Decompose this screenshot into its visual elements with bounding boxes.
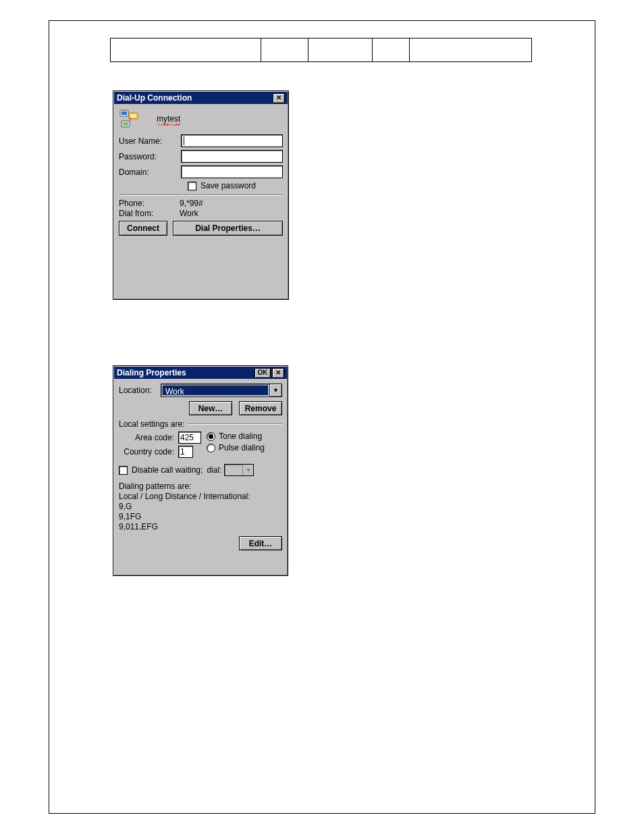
remove-button[interactable]: Remove <box>239 401 282 415</box>
pulse-dial-label: Pulse dialing <box>219 443 265 452</box>
password-row: Password: <box>119 150 283 163</box>
password-input[interactable] <box>181 150 283 163</box>
dialprops-body: Location: Work ▼ New… Remove Local setti… <box>113 380 288 556</box>
dialing-properties-window: Dialing Properties OK ✕ Location: Work ▼… <box>113 365 288 576</box>
header-cell-5 <box>410 38 531 61</box>
dialprops-title: Dialing Properties <box>117 367 253 379</box>
new-remove-row: New… Remove <box>119 401 282 415</box>
username-label: User Name: <box>119 136 181 146</box>
header-cell-1 <box>111 38 261 61</box>
divider <box>119 194 283 196</box>
new-button[interactable]: New… <box>189 401 232 415</box>
settings-right: Tone dialing Pulse dialing <box>207 432 282 460</box>
dialup-body: mytest User Name: Password: Domain: <box>113 105 288 241</box>
call-waiting-row: Disable call waiting; dial: ▼ <box>119 464 282 476</box>
username-row: User Name: <box>119 134 283 147</box>
pulse-dial-radio[interactable] <box>207 444 215 452</box>
password-label: Password: <box>119 152 181 161</box>
phone-value: 9,*99# <box>180 199 203 208</box>
disable-call-waiting-label: Disable call waiting; <box>132 465 203 475</box>
close-icon: ✕ <box>276 95 281 101</box>
domain-label: Domain: <box>119 167 181 177</box>
connection-name-text: mytest <box>157 114 180 124</box>
dialup-icon <box>119 109 139 129</box>
domain-input[interactable] <box>181 165 283 178</box>
area-code-row: Area code: 425 <box>119 432 207 444</box>
dialfrom-value: Work <box>180 209 198 218</box>
save-password-row: Save password <box>188 181 283 190</box>
dialing-patterns: Dialing patterns are: Local / Long Dista… <box>119 481 282 532</box>
phone-row: Phone: 9,*99# <box>119 199 283 208</box>
country-code-input[interactable]: 1 <box>178 446 193 458</box>
dial-code-value <box>225 465 242 475</box>
area-code-value: 425 <box>180 433 194 442</box>
close-button[interactable]: ✕ <box>272 368 284 378</box>
tone-dial-row: Tone dialing <box>207 432 282 441</box>
header-cell-3 <box>308 38 373 61</box>
dialup-titlebar[interactable]: Dial-Up Connection ✕ <box>114 92 288 104</box>
dialfrom-label: Dial from: <box>119 209 180 218</box>
country-code-label: Country code: <box>119 447 178 457</box>
connect-button[interactable]: Connect <box>119 221 167 236</box>
svg-rect-1 <box>122 111 127 115</box>
group-divider <box>188 423 282 425</box>
header-cell-2 <box>261 38 308 61</box>
save-password-checkbox[interactable] <box>188 182 196 190</box>
tone-dial-radio[interactable] <box>207 432 215 441</box>
dialprops-titlebar[interactable]: Dialing Properties OK ✕ <box>114 367 287 379</box>
dialup-title: Dial-Up Connection <box>117 92 271 104</box>
location-label: Location: <box>119 386 161 395</box>
username-input[interactable] <box>181 134 283 147</box>
dialfrom-row: Dial from: Work <box>119 209 283 218</box>
location-value: Work <box>162 385 269 396</box>
edit-button[interactable]: Edit… <box>239 536 282 550</box>
dialup-button-row: Connect Dial Properties… <box>119 221 283 236</box>
save-password-label: Save password <box>200 181 256 190</box>
local-settings-group: Local settings are: <box>119 419 282 429</box>
pattern-local: 9,G <box>119 502 282 512</box>
pattern-international: 9,011,EFG <box>119 522 282 532</box>
dropdown-arrow-icon: ▼ <box>242 465 253 475</box>
dial-properties-button[interactable]: Dial Properties… <box>173 221 283 236</box>
svg-rect-3 <box>130 114 136 118</box>
dialup-window: Dial-Up Connection ✕ <box>113 90 289 300</box>
dial-code-combo[interactable]: ▼ <box>224 464 254 476</box>
connection-name: mytest <box>157 114 180 124</box>
location-row: Location: Work ▼ <box>119 384 282 397</box>
edit-row: Edit… <box>119 536 282 550</box>
local-settings-label: Local settings are: <box>119 419 188 429</box>
patterns-sub: Local / Long Distance / International: <box>119 492 282 502</box>
settings-grid: Area code: 425 Country code: 1 <box>119 432 282 460</box>
patterns-header: Dialing patterns are: <box>119 481 282 492</box>
connection-header-row: mytest <box>119 109 283 129</box>
spellcheck-underline <box>157 124 180 126</box>
text-caret <box>184 136 184 145</box>
svg-rect-5 <box>123 122 128 126</box>
document-border: Dial-Up Connection ✕ <box>49 20 595 814</box>
header-table <box>110 38 532 62</box>
tone-dial-label: Tone dialing <box>219 432 262 441</box>
country-code-row: Country code: 1 <box>119 446 207 458</box>
dropdown-arrow-icon: ▼ <box>269 384 281 396</box>
ok-button[interactable]: OK <box>254 368 271 378</box>
country-code-value: 1 <box>180 447 185 457</box>
area-code-input[interactable]: 425 <box>178 432 201 444</box>
disable-call-waiting-checkbox[interactable] <box>119 466 128 475</box>
close-icon: ✕ <box>275 369 281 376</box>
area-code-label: Area code: <box>119 433 178 442</box>
location-combo[interactable]: Work ▼ <box>161 384 282 397</box>
page: Dial-Up Connection ✕ <box>0 0 644 834</box>
pattern-long-distance: 9,1FG <box>119 512 282 522</box>
domain-row: Domain: <box>119 165 283 178</box>
header-cell-4 <box>373 38 410 61</box>
settings-left: Area code: 425 Country code: 1 <box>119 432 207 460</box>
phone-label: Phone: <box>119 199 180 208</box>
close-button[interactable]: ✕ <box>273 93 285 103</box>
dial-label: dial: <box>207 465 221 475</box>
pulse-dial-row: Pulse dialing <box>207 443 282 452</box>
